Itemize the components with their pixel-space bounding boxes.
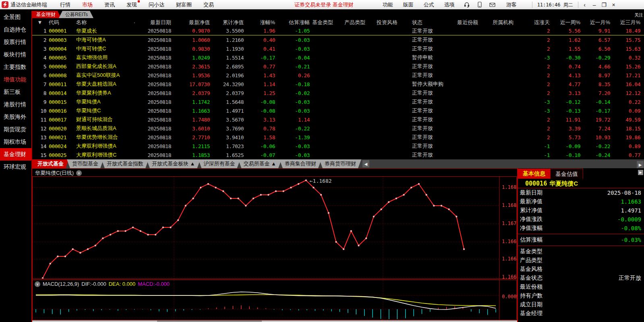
restore-button[interactable]: ❐ [599,2,609,8]
table-row[interactable]: 8000014华夏聚利债券A202508182.03792.03791.25-0… [32,89,644,97]
sidebar-item-2[interactable]: 自选持仓 [0,23,31,36]
column-header-13[interactable]: 最近份额 [456,19,491,26]
change-pct: 3.13 [245,117,276,123]
sidebar-item-6[interactable]: 增值功能 [0,73,31,86]
menu-item-2[interactable]: 市场 [82,1,93,8]
table-row[interactable]: 6000008嘉实中证500联接A202508181.95362.01961.4… [32,71,644,80]
chevron-down-icon[interactable]: ∨ [76,170,82,176]
menu-item-5[interactable]: 问小达 [149,1,164,8]
column-header-17[interactable]: 近一月% [582,19,611,26]
bottom-tab-7[interactable]: 券商集合理财 [280,159,321,168]
table-row[interactable]: 12000020景顺长城品质混A202508183.60103.76900.78… [32,124,644,133]
bottom-tab-3[interactable]: 开放式基金指数 [101,159,149,168]
watch-corner-label[interactable]: 关注 [634,12,643,18]
tab-scroll-right-icon[interactable]: ▶ [637,161,644,168]
bottom-tab-4[interactable]: 开放式基金板块 ▲ [147,159,200,168]
macd-plot[interactable]: ∨ MACD(12,26,9) DIF:-0.000 DEA: 0.000 MA… [32,280,517,320]
menu-item-3[interactable]: 资讯 [104,1,115,8]
right-menu-item-1[interactable]: 功能 [383,1,393,8]
fund-name: 中海可转债C [75,45,131,52]
week-pct: 5.73 [551,134,582,140]
table-row[interactable]: 3000004中海可转债C202508180.98301.19300.41-0.… [32,44,644,53]
column-header-6[interactable]: 累计净值 [211,19,245,26]
sidebar-item-5[interactable]: 主要指数 [0,61,31,73]
page-tab-1[interactable]: 基金理财 [32,11,61,18]
bottom-tab-5[interactable]: 沪深所有基金 [198,159,240,168]
status: 正常开放 [411,142,456,150]
page-tab-2[interactable]: 公募REITs [59,11,93,18]
table-row[interactable]: 10000016华夏纯债C202508181.16631.4971-0.08-0… [32,106,644,115]
streak-days: 2 [524,37,551,43]
column-header-3[interactable]: · [131,19,138,25]
tab-scroll-left-icon[interactable]: ◀ [362,160,369,167]
close-button[interactable]: × [609,2,619,8]
column-header-5[interactable]: 最新净值 [172,19,211,26]
table-row[interactable]: 14000024大摩双利增强债A202508181.21151.7023-0.0… [32,142,644,151]
sidebar-item-9[interactable]: 美股海外 [0,111,31,123]
sidebar-item-7[interactable]: 新三板 [0,86,31,98]
column-header-8[interactable]: 估算涨幅 [276,19,311,26]
sidebar-item-1[interactable]: 全景图 [0,11,31,23]
cumulative-nav: 3.5670 [211,117,245,123]
sidebar-item-8[interactable]: 港股行情 [0,98,31,111]
column-header-1[interactable]: 代码 [48,19,75,26]
streak-days: -3 [524,99,551,105]
table-row[interactable]: 9000015华夏纯债A202508181.17421.5648-0.08-0.… [32,97,644,106]
headset-icon[interactable] [464,2,470,8]
info-tab-1[interactable]: 基本信息 [518,169,550,179]
sidebar-item-3[interactable]: 股票行情 [0,36,31,48]
sidebar-item-4[interactable]: 板块行情 [0,48,31,61]
panel-arrow-icon[interactable]: ▶ [638,170,643,175]
user-label[interactable]: 游客 [506,1,517,8]
cumulative-nav: 3.7690 [211,126,245,132]
scrollbar-thumb[interactable] [157,320,262,322]
column-header-11[interactable]: 投资风格 [375,19,411,26]
menu-item-7[interactable]: 交易 [203,1,214,8]
column-header-12[interactable]: 状态 [411,19,456,26]
table-row[interactable]: 13000021华夏优势增长混合202508182.77103.94101.58… [32,133,644,142]
column-header-14[interactable]: 所属机构 [491,19,524,26]
streak-days: 2 [524,46,551,52]
info-tab-2[interactable]: 基金估值 [550,169,583,179]
sidebar-item-10[interactable]: 期货现货 [0,123,31,136]
sidebar-item-12[interactable]: 基金理财 [0,148,31,161]
trade-login-notice[interactable]: 证券交易未登录 基金理财 [294,1,354,8]
column-header-10[interactable]: 产品类型 [343,19,375,26]
menu-item-6[interactable]: 财富圈 [176,1,192,8]
column-header-18[interactable]: 近三月% [611,19,642,26]
table-row[interactable]: 11000017财通可持续混合202508181.74803.56703.131… [32,115,644,124]
right-menu-item-2[interactable]: 版面 [403,1,414,8]
menu-item-4[interactable]: 发现 [126,1,137,8]
column-header-4[interactable]: 最新日期 [138,19,172,26]
minimize-button[interactable]: – [590,2,599,8]
chevron-down-icon[interactable]: ∨ [35,281,40,287]
bottom-tab-6[interactable]: 交易所基金 ▲ [238,159,281,168]
info-label: 产品类型 [520,257,543,264]
column-header-16[interactable]: 近一周% [551,19,582,26]
right-menu-item-4[interactable]: 选项 [444,1,455,8]
sort-icon[interactable]: ▼ [32,19,48,25]
menu-item-1[interactable]: 行情 [60,1,70,8]
estimated-change: 0.26 [276,72,311,78]
phone-icon[interactable] [476,2,483,8]
mail-icon[interactable] [489,2,496,8]
bottom-tab-1[interactable]: 开放式基金 [32,159,69,168]
horizontal-scrollbar[interactable] [32,320,517,322]
price-plot[interactable]: ←1.1682←1.1655 [32,176,517,279]
bottom-tab-8[interactable]: 券商货币理财 [319,159,361,168]
table-row[interactable]: 4000005嘉实增强信用202508181.02491.5514-0.17-0… [32,53,644,62]
column-header-15[interactable]: 连涨天 [524,19,551,26]
table-row[interactable]: 1000001华夏成长202508180.98703.55001.96-1.05… [32,27,644,35]
table-row[interactable]: 2000003中海可转债A202508181.00601.21600.40-0.… [32,35,644,44]
column-header-7[interactable]: 涨幅% [245,19,276,26]
table-row[interactable]: 15000025大摩双利增强债C202508181.18531.6525-0.0… [32,151,644,159]
column-header-2[interactable]: 名称 [75,19,131,26]
right-menu-item-3[interactable]: 公式 [424,1,434,8]
back-icon[interactable]: ‹ [580,2,590,8]
table-row[interactable]: 5000006西部量化成长混A202508182.36152.68950.77-… [32,62,644,71]
table-row[interactable]: 7000011华夏大盘精选混A2025081817.073024.32901.1… [32,80,644,89]
sidebar-item-11[interactable]: 期权市场 [0,136,31,148]
sidebar-item-13[interactable]: 环球宏观 [0,161,31,173]
column-header-9[interactable]: 基金类型 [311,19,343,26]
bottom-tab-2[interactable]: 货币型基金 [67,159,104,168]
